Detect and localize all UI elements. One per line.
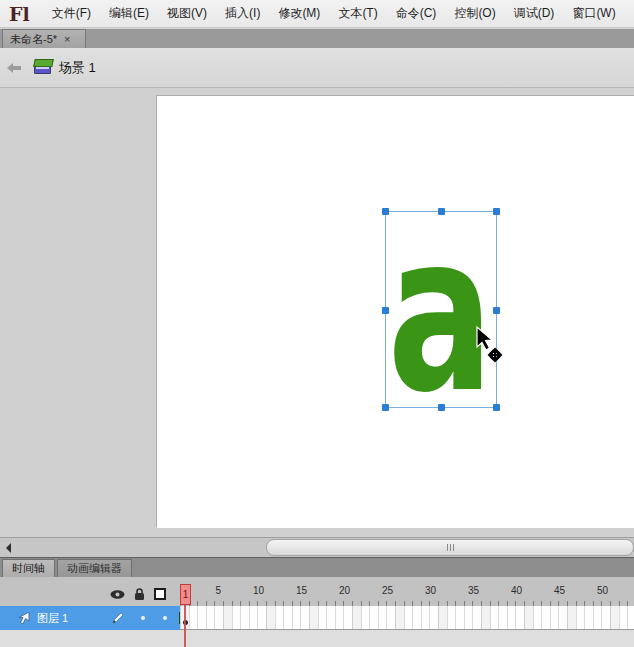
menu-modify[interactable]: 修改(M) bbox=[277, 3, 321, 24]
menu-items: 文件(F) 编辑(E) 视图(V) 插入(I) 修改(M) 文本(T) 命令(C… bbox=[51, 3, 617, 24]
document-tab[interactable]: 未命名-5* × bbox=[2, 29, 86, 48]
outline-view-icon[interactable] bbox=[154, 588, 166, 600]
selection-handle-bottom-middle[interactable] bbox=[438, 404, 445, 411]
back-arrow-icon[interactable] bbox=[7, 63, 21, 73]
selection-handle-bottom-left[interactable] bbox=[382, 404, 389, 411]
timeline-frame-ruler[interactable]: 5 10 15 20 25 30 35 40 45 50 bbox=[180, 584, 634, 606]
menu-commands[interactable]: 命令(C) bbox=[395, 3, 438, 24]
edit-bar: 场景 1 bbox=[0, 48, 634, 88]
workspace-pasteboard[interactable]: a bbox=[0, 89, 634, 537]
selection-handle-middle-right[interactable] bbox=[493, 307, 500, 314]
menu-text[interactable]: 文本(T) bbox=[337, 3, 378, 24]
document-tab-bar: 未命名-5* × bbox=[0, 29, 634, 48]
horizontal-scrollbar[interactable] bbox=[0, 537, 634, 557]
layer-lock-dot[interactable] bbox=[163, 616, 167, 620]
stage-letter-object[interactable]: a bbox=[386, 212, 496, 407]
timeline-panel-tabs: 时间轴 动画编辑器 bbox=[0, 557, 634, 577]
layer-frames-strip[interactable] bbox=[180, 606, 634, 630]
menu-debug[interactable]: 调试(D) bbox=[513, 3, 556, 24]
document-tab-label: 未命名-5* bbox=[10, 32, 57, 47]
thumb-grip bbox=[447, 544, 448, 551]
active-layer-arrow-icon bbox=[17, 612, 30, 624]
pencil-edit-icon bbox=[111, 611, 125, 625]
menu-window[interactable]: 窗口(W) bbox=[571, 3, 616, 24]
layer-visible-dot[interactable] bbox=[141, 616, 145, 620]
menu-file[interactable]: 文件(F) bbox=[51, 3, 92, 24]
playhead-marker[interactable]: 1 bbox=[180, 584, 191, 605]
scroll-left-arrow-icon[interactable] bbox=[0, 538, 16, 557]
playhead-line bbox=[184, 605, 186, 647]
timeline-panel: 5 10 15 20 25 30 35 40 45 50 图层 1 bbox=[0, 577, 634, 647]
menu-bar: Fl 文件(F) 编辑(E) 视图(V) 插入(I) 修改(M) 文本(T) 命… bbox=[0, 0, 634, 28]
selection-handle-top-middle[interactable] bbox=[438, 208, 445, 215]
selection-handle-bottom-right[interactable] bbox=[493, 404, 500, 411]
tab-timeline[interactable]: 时间轴 bbox=[2, 559, 55, 577]
scrollbar-thumb[interactable] bbox=[266, 539, 634, 556]
layer-name-label[interactable]: 图层 1 bbox=[37, 611, 89, 626]
scene-breadcrumb-label[interactable]: 场景 1 bbox=[59, 59, 96, 77]
flash-logo: Fl bbox=[9, 3, 30, 25]
visibility-eye-icon[interactable] bbox=[110, 589, 125, 600]
selection-handle-middle-left[interactable] bbox=[382, 307, 389, 314]
selection-handle-top-left[interactable] bbox=[382, 208, 389, 215]
flash-application-window: Fl 文件(F) 编辑(E) 视图(V) 插入(I) 修改(M) 文本(T) 命… bbox=[0, 0, 634, 647]
menu-edit[interactable]: 编辑(E) bbox=[108, 3, 150, 24]
ruler-numbers: 5 10 15 20 25 30 35 40 45 50 bbox=[180, 585, 634, 596]
lock-icon[interactable] bbox=[134, 588, 145, 600]
menu-control[interactable]: 控制(O) bbox=[453, 3, 496, 24]
menu-view[interactable]: 视图(V) bbox=[166, 3, 208, 24]
scene-clapperboard-icon bbox=[34, 61, 51, 74]
timeline-footer-area bbox=[0, 630, 634, 647]
selection-handle-top-right[interactable] bbox=[493, 208, 500, 215]
layer-column-headers bbox=[110, 586, 180, 602]
menu-insert[interactable]: 插入(I) bbox=[224, 3, 261, 24]
selection-bounding-box[interactable]: a bbox=[385, 211, 497, 408]
close-icon[interactable]: × bbox=[64, 34, 70, 45]
tab-motion-editor[interactable]: 动画编辑器 bbox=[57, 559, 132, 577]
